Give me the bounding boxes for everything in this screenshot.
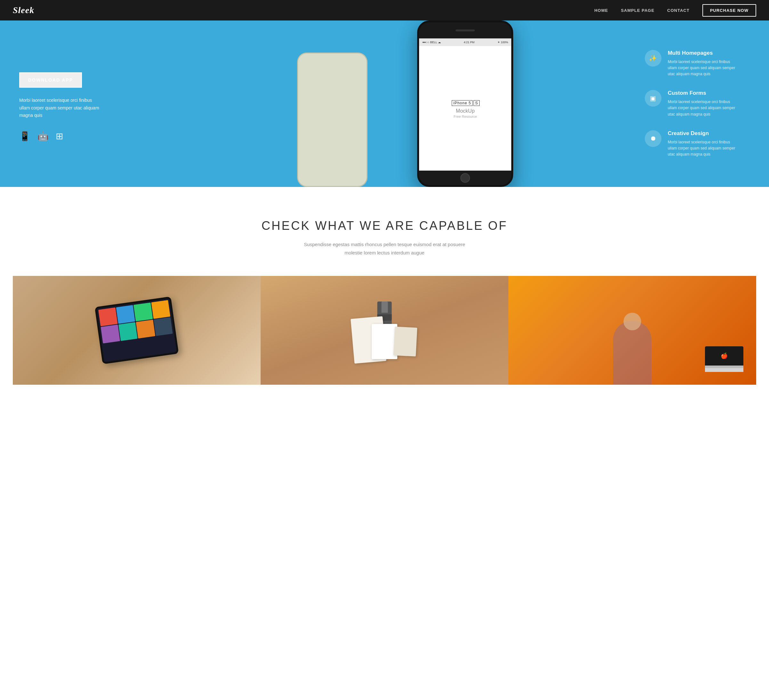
hero-left: DOWNLOAD APP Morbi laoreet scelerisque o… [0,21,292,187]
tablet-cell-2 [116,305,135,324]
image-grid: 🍎 [13,276,756,385]
phone-screen-content: iPhone 5S MockUp Free Resource [419,46,511,170]
phone-status-time: 4:21 PM [463,41,475,44]
person-figure [600,289,664,385]
phone-front: ●●○○ BELL ☁ 4:21 PM ✶ 100% iPhone 5S Moc… [417,21,513,187]
phone-top-bar [419,22,511,39]
tablet-screen [97,299,176,362]
phone-iphone-label: iPhone 5S [451,99,479,107]
purchase-button[interactable]: PURCHASE NOW [702,4,756,17]
phone-speaker [455,29,475,31]
phone-status-bar: ●●○○ BELL ☁ 4:21 PM ✶ 100% [419,39,511,46]
tablet-cell-8 [153,317,172,336]
hero-features: ✨ Multi Homepages Morbi laoreet sceleris… [639,21,769,187]
stationery-card-3 [394,326,417,356]
feature-multi-homepages-text: Multi Homepages Morbi laoreet scelerisqu… [668,50,738,77]
apple-logo-icon: 🍎 [721,352,728,360]
tablet-cell-7 [136,320,155,339]
capable-section: CHECK WHAT WE ARE CAPABLE OF Suspendisse… [0,187,769,404]
capable-subtext: Suspendisse egestas mattis rhoncus pelle… [301,240,468,257]
feature-creative-design: ⏺ Creative Design Morbi laoreet sceleris… [645,130,759,158]
laptop-shape: 🍎 [705,346,743,372]
nav-sample-page[interactable]: SAMPLE PAGE [621,8,655,13]
nav-home[interactable]: HOME [594,8,608,13]
download-app-button[interactable]: DOWNLOAD APP [19,72,82,88]
site-logo: Sleek [13,5,34,15]
feature-custom-forms-text: Custom Forms Morbi laoreet scelerisque o… [668,90,738,117]
nav-links: HOME SAMPLE PAGE CONTACT PURCHASE NOW [594,4,756,17]
capable-heading: CHECK WHAT WE ARE CAPABLE OF [13,219,756,233]
custom-forms-icon: ▣ [645,90,661,107]
feature-multi-homepages: ✨ Multi Homepages Morbi laoreet sceleris… [645,50,759,77]
tablet-cell-5 [101,324,120,344]
feature-creative-design-title: Creative Design [668,130,738,136]
platform-icons: 📱 🤖 ⊞ [19,131,276,141]
phone-status-left: ●●○○ BELL ☁ [422,41,441,44]
phone-model-suffix: S [473,100,479,106]
phone-free-text: Free Resource [454,115,477,119]
phone-bottom-bar [419,170,511,185]
feature-custom-forms-title: Custom Forms [668,90,738,96]
feature-custom-forms: ▣ Custom Forms Morbi laoreet scelerisque… [645,90,759,117]
phone-mockup-text: MockUp [456,108,475,114]
hero-description: Morbi laoreet scelerisque orci finibus u… [19,97,103,119]
feature-creative-design-text: Creative Design Morbi laoreet scelerisqu… [668,130,738,158]
phone-back [297,53,368,187]
phone-home-button [460,173,470,183]
navbar: Sleek HOME SAMPLE PAGE CONTACT PURCHASE … [0,0,769,21]
stamp-handle [381,302,388,313]
feature-multi-homepages-title: Multi Homepages [668,50,738,56]
laptop-base [705,366,743,368]
laptop-screen: 🍎 [705,346,743,366]
tablet-cell-6 [118,322,137,341]
creative-design-icon: ⏺ [645,130,661,147]
windows-icon: ⊞ [56,131,63,141]
mobile-icon: 📱 [19,131,31,141]
image-card-person: 🍎 [508,276,756,385]
phone-status-right: ✶ 100% [497,41,508,44]
stationery-items [343,298,426,362]
tablet-cell-3 [134,302,153,321]
android-icon: 🤖 [37,131,49,141]
phone-screen: ●●○○ BELL ☁ 4:21 PM ✶ 100% iPhone 5S Moc… [419,39,511,170]
tablet-cell-4 [151,300,171,319]
hero-section: DOWNLOAD APP Morbi laoreet scelerisque o… [0,21,769,187]
feature-creative-design-desc: Morbi laoreet scelerisque orci finibus u… [668,139,738,158]
image-card-tablet [13,276,261,385]
tablet-mockup [95,296,179,364]
tablet-cell-1 [98,308,117,326]
image-card-stationery [261,276,508,385]
feature-multi-homepages-desc: Morbi laoreet scelerisque orci finibus u… [668,59,738,77]
feature-custom-forms-desc: Morbi laoreet scelerisque orci finibus u… [668,99,738,117]
hero-center-phones: ●●○○ BELL ☁ 4:21 PM ✶ 100% iPhone 5S Moc… [292,21,639,187]
multi-homepages-icon: ✨ [645,50,661,67]
nav-contact[interactable]: CONTACT [667,8,690,13]
